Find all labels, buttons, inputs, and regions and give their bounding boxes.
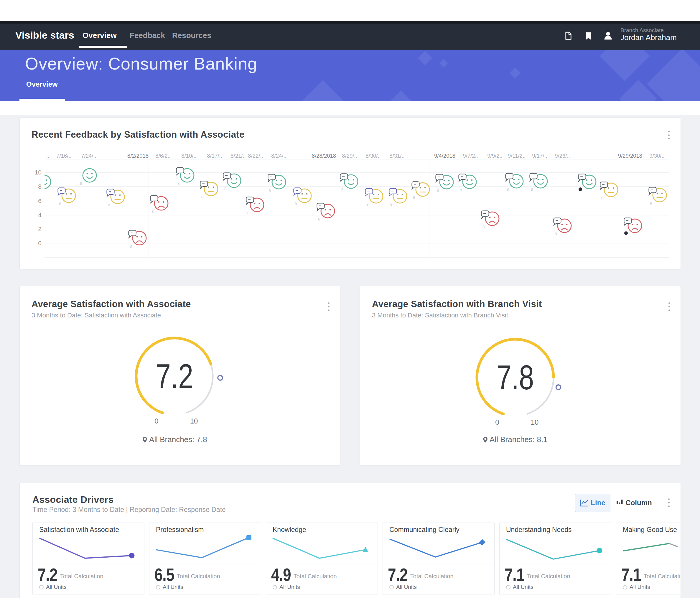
svg-text:0: 0 bbox=[154, 417, 158, 425]
svg-text:8/10/..: 8/10/.. bbox=[181, 153, 196, 159]
svg-text:2: 2 bbox=[38, 225, 42, 232]
svg-text:8/24/..: 8/24/.. bbox=[271, 153, 286, 159]
svg-text:8/31/..: 8/31/.. bbox=[389, 153, 404, 159]
svg-text:10: 10 bbox=[190, 417, 198, 425]
svg-text:8/21/..: 8/21/.. bbox=[230, 153, 246, 159]
svg-text:7.2: 7.2 bbox=[156, 357, 193, 396]
svg-text:9/26/..: 9/26/.. bbox=[555, 153, 570, 159]
svg-text:8/6/2..: 8/6/2.. bbox=[155, 153, 170, 159]
svg-text:4: 4 bbox=[38, 211, 42, 218]
svg-text:0: 0 bbox=[495, 418, 499, 426]
svg-text:9/17/..: 9/17/.. bbox=[532, 153, 547, 159]
svg-text:..: .. bbox=[46, 153, 49, 159]
svg-text:9/9/2..: 9/9/2.. bbox=[487, 153, 502, 159]
svg-text:6: 6 bbox=[38, 197, 42, 204]
svg-text:8/29/..: 8/29/.. bbox=[342, 153, 357, 159]
svg-text:9/11/2..: 9/11/2.. bbox=[508, 153, 526, 159]
svg-text:7/24/..: 7/24/.. bbox=[81, 153, 96, 159]
svg-text:9/4/2018: 9/4/2018 bbox=[434, 153, 455, 159]
svg-text:7.8: 7.8 bbox=[497, 358, 534, 397]
svg-text:10: 10 bbox=[531, 418, 539, 426]
svg-text:8/17/..: 8/17/.. bbox=[207, 153, 222, 159]
svg-text:8/2/2018: 8/2/2018 bbox=[127, 153, 149, 159]
svg-text:7/16/..: 7/16/.. bbox=[56, 153, 71, 159]
svg-text:8/22/..: 8/22/.. bbox=[248, 153, 263, 159]
svg-text:0: 0 bbox=[38, 240, 42, 246]
svg-text:8/28/2018: 8/28/2018 bbox=[312, 153, 336, 159]
svg-text:9/30/..: 9/30/.. bbox=[649, 153, 664, 159]
svg-text:8/30/..: 8/30/.. bbox=[366, 153, 380, 159]
svg-text:9/29/2018: 9/29/2018 bbox=[618, 153, 642, 159]
svg-text:9/7/2..: 9/7/2.. bbox=[463, 153, 478, 159]
svg-text:8: 8 bbox=[38, 183, 42, 190]
svg-text:10: 10 bbox=[35, 169, 42, 176]
